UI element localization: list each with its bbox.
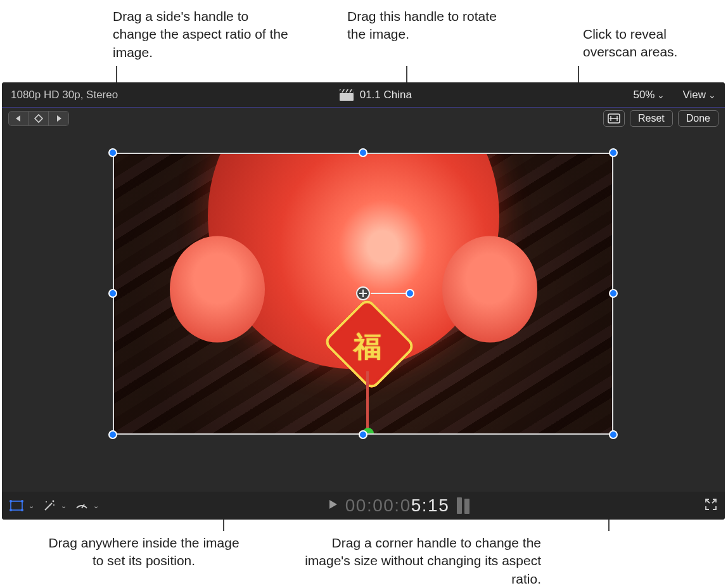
timecode-dim: 00:00:0: [345, 495, 411, 515]
svg-marker-8: [57, 115, 61, 122]
transform-handle-bottom-right[interactable]: [609, 430, 618, 439]
clapperboard-icon: [340, 89, 354, 101]
rotation-handle[interactable]: [406, 289, 414, 298]
svg-point-15: [21, 500, 23, 502]
svg-point-21: [53, 501, 54, 502]
enhance-tool-icon: [43, 499, 56, 512]
svg-rect-13: [11, 501, 22, 510]
add-keyframe-button[interactable]: [29, 111, 49, 126]
view-label: View: [682, 89, 706, 101]
callout-side-handle: Drag a side's handle to change the aspec…: [113, 8, 290, 61]
done-button[interactable]: Done: [678, 110, 718, 127]
transform-handle-bottom-left[interactable]: [108, 430, 117, 439]
svg-marker-23: [329, 500, 337, 509]
zoom-value: 50%: [633, 89, 655, 101]
fullscreen-icon: [705, 498, 717, 511]
callout-overscan: Click to reveal overscan areas.: [583, 25, 722, 61]
transform-handle-top-center[interactable]: [359, 148, 367, 157]
clip-name-label: 01.1 China: [360, 89, 412, 101]
transform-handle-bottom-center[interactable]: [359, 430, 367, 439]
callout-position: Drag anywhere inside the image to set it…: [46, 534, 242, 570]
transform-handle-top-left[interactable]: [108, 148, 117, 157]
timecode-live: 5:15: [411, 495, 450, 515]
audio-meter: [457, 497, 475, 514]
keyframe-toolbar: Reset Done: [2, 108, 725, 131]
transport-bar: ⌄ ⌄ ⌄ 00:00:05:: [2, 492, 725, 520]
zoom-dropdown[interactable]: 50% ⌄: [633, 89, 665, 101]
enhance-tool-dropdown[interactable]: ⌄: [43, 499, 67, 512]
svg-point-16: [10, 509, 12, 511]
viewer-canvas[interactable]: 福: [2, 131, 725, 492]
svg-point-20: [53, 504, 54, 506]
retime-tool-dropdown[interactable]: ⌄: [75, 499, 99, 512]
rotation-anchor[interactable]: [356, 286, 370, 300]
overscan-icon: [608, 113, 620, 124]
overscan-toggle-button[interactable]: [603, 110, 625, 127]
keyframe-nav-group: [8, 111, 69, 126]
chevron-down-icon: ⌄: [29, 502, 34, 510]
chevron-down-icon: ⌄: [708, 90, 716, 100]
transform-handle-mid-left[interactable]: [108, 289, 117, 298]
view-dropdown[interactable]: View ⌄: [682, 89, 716, 101]
viewer-topbar: 1080p HD 30p, Stereo 01.1 China: [2, 82, 725, 108]
chevron-down-icon: ⌄: [657, 90, 665, 100]
chevron-down-icon: ⌄: [61, 502, 67, 510]
prev-keyframe-button[interactable]: [8, 111, 29, 126]
reset-button[interactable]: Reset: [630, 110, 673, 127]
svg-marker-7: [35, 115, 42, 122]
next-keyframe-button[interactable]: [49, 111, 69, 126]
svg-line-25: [712, 500, 715, 503]
viewer-window: 1080p HD 30p, Stereo 01.1 China: [2, 82, 725, 520]
ornament-string: [366, 371, 369, 432]
play-icon: [329, 499, 338, 509]
svg-rect-0: [340, 93, 354, 101]
fullscreen-button[interactable]: [705, 498, 717, 514]
transform-handle-mid-right[interactable]: [609, 289, 618, 298]
callout-corner-handle: Drag a corner handle to change the image…: [288, 534, 541, 588]
svg-point-19: [46, 501, 47, 502]
svg-point-14: [10, 500, 12, 502]
retime-tool-icon: [75, 499, 88, 512]
timecode-display[interactable]: 00:00:05:15: [345, 495, 449, 516]
format-label: 1080p HD 30p, Stereo: [11, 89, 118, 101]
chevron-down-icon: ⌄: [93, 502, 99, 510]
svg-line-18: [45, 503, 52, 510]
rotation-arm[interactable]: [371, 293, 410, 294]
transform-handle-top-right[interactable]: [609, 148, 618, 157]
transform-tool-icon: [10, 500, 23, 511]
play-button[interactable]: [329, 499, 338, 513]
svg-line-24: [706, 500, 710, 503]
transform-tool-dropdown[interactable]: ⌄: [10, 500, 34, 511]
svg-point-17: [21, 509, 23, 511]
svg-marker-6: [16, 115, 20, 122]
ornament-character: 福: [348, 328, 386, 366]
callout-rotate-handle: Drag this handle to rotate the image.: [347, 8, 499, 44]
